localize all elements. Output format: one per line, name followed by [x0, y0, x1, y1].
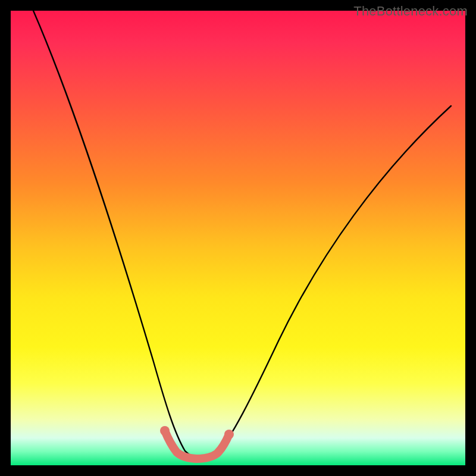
chart-plot-area [11, 11, 465, 465]
chart-overlay-svg [11, 11, 465, 465]
bottleneck-marker [165, 431, 229, 459]
primary-curve [33, 11, 451, 456]
marker-dot-left [160, 426, 170, 436]
watermark-text: TheBottleneck.com [353, 4, 468, 19]
marker-dot-right [224, 430, 234, 439]
